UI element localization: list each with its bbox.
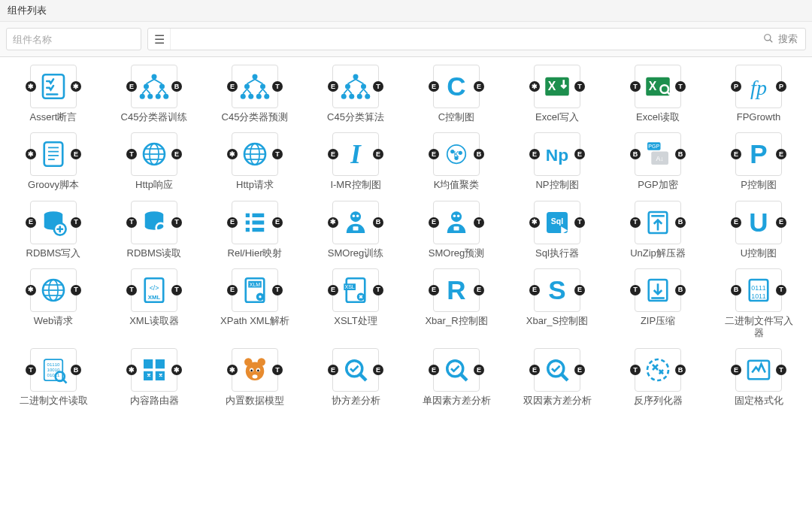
component-item[interactable]: E C E C控制图 — [408, 65, 505, 123]
port-badge-left: ✱ — [227, 149, 238, 159]
svg-point-5 — [159, 84, 165, 89]
component-icon: E C E — [433, 65, 480, 108]
svg-text:I: I — [350, 141, 362, 170]
component-icon: E T — [30, 201, 77, 244]
port-badge-left: T — [126, 217, 137, 228]
component-item[interactable]: T B UnZip解压器 — [609, 201, 707, 259]
svg-point-13 — [241, 94, 246, 99]
port-badge-right: E — [474, 365, 484, 375]
component-label: P控制图 — [741, 179, 777, 191]
component-item[interactable]: T B 反序列化器 — [609, 348, 707, 407]
component-label: ZIP压缩 — [641, 315, 675, 327]
port-badge-right: T — [71, 285, 81, 295]
component-name-input[interactable] — [6, 28, 141, 50]
port-badge-left: E — [227, 81, 238, 92]
component-item[interactable]: ✱ T Web请求 — [5, 268, 102, 340]
port-badge-left: E — [26, 217, 36, 228]
port-badge-right: T — [171, 285, 182, 295]
svg-point-7 — [147, 94, 153, 99]
component-icon: T T — [131, 201, 177, 244]
svg-point-9 — [163, 94, 168, 99]
port-badge-left: E — [731, 149, 741, 159]
component-icon: ✱ T — [232, 132, 278, 176]
component-item[interactable]: E Np E NP控制图 — [508, 132, 606, 191]
component-label: FPGrowth — [737, 111, 781, 123]
svg-text:PGP: PGP — [648, 144, 659, 149]
component-item[interactable]: T 011101001001011 B 二进制文件读取 — [5, 348, 102, 407]
component-icon: T B — [635, 201, 681, 244]
port-badge-right: T — [574, 81, 585, 92]
component-label: 双因素方差分析 — [523, 395, 592, 407]
component-item[interactable]: ✱ ✱ 内容路由器 — [105, 348, 203, 407]
component-item[interactable]: E E 单因素方差分析 — [408, 348, 505, 407]
component-item[interactable]: B 01111011 T 二进制文件写入器 — [710, 268, 807, 340]
component-item[interactable]: ✱ T Http请求 — [206, 132, 304, 191]
port-badge-right: B — [373, 217, 383, 228]
component-item[interactable]: ✱ T 内置数据模型 — [206, 348, 304, 407]
component-item[interactable]: P fp P FPGrowth — [710, 65, 807, 123]
component-item[interactable]: E P E P控制图 — [710, 132, 807, 191]
component-item[interactable]: E E 协方差分析 — [307, 348, 404, 407]
component-item[interactable]: ✱ Sql T Sql执行器 — [508, 201, 606, 259]
component-icon: E R E — [433, 268, 480, 312]
component-item[interactable]: E S E Xbar_S控制图 — [508, 268, 606, 340]
component-item[interactable]: E U E U控制图 — [710, 201, 807, 259]
component-label: C45分类算法 — [327, 111, 384, 123]
component-icon: E I E — [332, 132, 379, 176]
svg-point-119 — [253, 374, 258, 378]
component-label: 内容路由器 — [130, 395, 179, 407]
component-item[interactable]: E T C45分类器预测 — [206, 65, 304, 123]
component-item[interactable]: T X T Excel读取 — [609, 65, 707, 123]
svg-point-4 — [144, 84, 149, 89]
component-icon: ✱ X T — [534, 65, 580, 108]
component-icon: ✱ T — [232, 348, 278, 392]
svg-rect-61 — [253, 213, 265, 217]
component-item[interactable]: E E Rel/Hier映射 — [206, 201, 304, 259]
component-icon: B 01111011 T — [735, 268, 782, 312]
component-icon: ✱ T — [30, 268, 77, 312]
component-icon: E T — [232, 65, 278, 108]
component-icon: E T — [332, 65, 379, 108]
port-badge-left: E — [227, 285, 238, 295]
port-badge-left: E — [227, 217, 238, 228]
component-item[interactable]: T E Http响应 — [105, 132, 203, 191]
port-badge-left: E — [328, 285, 338, 295]
component-item[interactable]: B PGPA↓ B PGP加密 — [609, 132, 707, 191]
component-item[interactable]: T B ZIP压缩 — [609, 268, 707, 340]
component-label: K均值聚类 — [434, 179, 480, 191]
component-item[interactable]: E I E I-MR控制图 — [307, 132, 404, 191]
component-item[interactable]: T T RDBMS读取 — [105, 201, 203, 259]
port-badge-right: T — [776, 365, 786, 375]
component-item[interactable]: E XLM T XPath XML解析 — [206, 268, 304, 340]
port-badge-left: E — [429, 217, 439, 228]
component-item[interactable]: E B C45分类器训练 — [105, 65, 203, 123]
component-item[interactable]: E T RDBMS写入 — [5, 201, 102, 259]
port-badge-right: T — [776, 285, 786, 295]
component-item[interactable]: E K B K均值聚类 — [408, 132, 505, 191]
component-label: Excel写入 — [535, 111, 579, 123]
svg-point-15 — [256, 94, 262, 99]
component-item[interactable]: E R E Xbar_R控制图 — [408, 268, 505, 340]
port-badge-right: B — [675, 149, 686, 159]
component-icon: E U E — [735, 201, 782, 244]
svg-line-59 — [164, 231, 167, 234]
component-item[interactable]: E E 双因素方差分析 — [508, 348, 606, 407]
component-item[interactable]: ✱ X T Excel写入 — [508, 65, 606, 123]
toolbar: ☰ 搜索 — [0, 22, 812, 56]
component-label: XML读取器 — [129, 315, 179, 327]
port-badge-left: ✱ — [328, 217, 338, 228]
component-item[interactable]: ✱ E Groovy脚本 — [5, 132, 102, 191]
svg-point-67 — [353, 214, 356, 217]
component-item[interactable]: T </>XML T XML读取器 — [105, 268, 203, 340]
component-item[interactable]: ✱ B SMOreg训练 — [307, 201, 404, 259]
port-badge-left: E — [529, 285, 540, 295]
component-item[interactable]: E T C45分类算法 — [307, 65, 404, 123]
component-item[interactable]: E XSL T XSLT处理 — [307, 268, 404, 340]
component-item[interactable]: E T SMOreg预测 — [408, 201, 505, 259]
svg-point-21 — [349, 94, 354, 99]
component-item[interactable]: E T 固定格式化 — [710, 348, 807, 407]
component-label: PGP加密 — [638, 179, 677, 191]
filter-button[interactable]: ☰ — [148, 29, 171, 50]
component-item[interactable]: ✱ ✱ Assert断言 — [5, 65, 102, 123]
search-button[interactable]: 搜索 — [756, 32, 805, 46]
